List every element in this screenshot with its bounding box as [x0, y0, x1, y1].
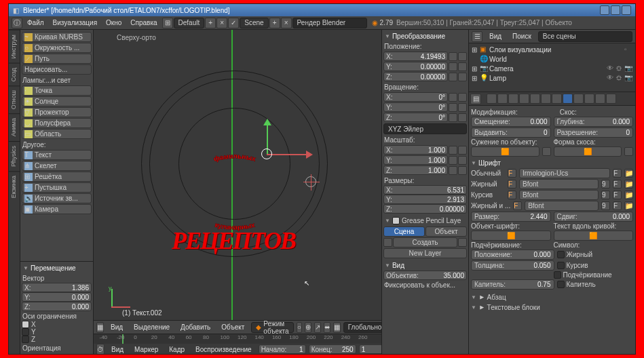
chk-ul[interactable]: [554, 271, 561, 279]
ptab-texture[interactable]: [584, 94, 594, 104]
ptab-object[interactable]: [530, 94, 540, 104]
font-open[interactable]: 📁: [624, 169, 633, 178]
ol-renderlayers[interactable]: ⊞▣Слои визуализации▫: [470, 45, 634, 54]
lock-ly[interactable]: [449, 62, 457, 71]
op-header[interactable]: Перемещение: [22, 263, 92, 273]
scale-y[interactable]: Y:1.000: [383, 155, 448, 165]
bevel-obj[interactable]: 🟧: [554, 146, 622, 157]
smallcaps[interactable]: Капитель:0.75: [471, 279, 554, 290]
axis-z-check[interactable]: [22, 336, 29, 343]
extrude[interactable]: Выдавить:0: [471, 127, 551, 138]
offset[interactable]: Смещение:0.000: [471, 117, 551, 127]
add-text[interactable]: TТекст: [22, 150, 92, 160]
add-area-lamp[interactable]: ▭Область: [22, 129, 92, 139]
curve-sel[interactable]: 🟧: [554, 231, 634, 241]
add-spot-lamp[interactable]: ▽Прожектор: [22, 107, 92, 117]
vtab-relations[interactable]: Отнош: [9, 85, 20, 113]
tl-editor-icon[interactable]: ⏱: [96, 344, 105, 354]
rotmode[interactable]: XYZ Эйлер: [383, 123, 467, 134]
tl-end[interactable]: Конец:250: [309, 344, 356, 354]
loc-z[interactable]: Z:0.00000: [383, 72, 448, 81]
chk-caps[interactable]: [557, 281, 565, 288]
gp-scene[interactable]: Сцена: [383, 226, 425, 237]
add-lattice[interactable]: ⊞Решётка: [22, 172, 92, 182]
vtab-physics[interactable]: Physics: [9, 141, 20, 171]
rot-x[interactable]: X:0°: [383, 92, 448, 102]
np-gp[interactable]: Grease Pencil Laye: [383, 216, 467, 226]
mode-dropdown[interactable]: ◆Режим объекта: [251, 322, 293, 333]
timeline-ruler[interactable]: -40-20 020 4060 80100 120140 160180 2002…: [94, 334, 381, 344]
vh-add[interactable]: Добавить: [176, 323, 214, 331]
rot-z[interactable]: Z:0°: [383, 113, 448, 122]
pivot-icon[interactable]: ⊕: [305, 322, 311, 333]
add-point-lamp[interactable]: ·Точка: [22, 85, 92, 96]
resolution[interactable]: Разрешение:0: [554, 127, 634, 138]
ptab-material[interactable]: [573, 94, 584, 104]
dim-z[interactable]: Z:0.00000: [383, 204, 467, 214]
editor-type-icon[interactable]: ⓘ: [12, 18, 22, 28]
np-view[interactable]: Вид: [383, 260, 467, 271]
add-circle[interactable]: ○Окружность ...: [22, 43, 92, 53]
axis-x-check[interactable]: [22, 321, 29, 328]
scene-del-icon[interactable]: ×: [281, 18, 292, 28]
scene-add-icon[interactable]: +: [269, 18, 280, 28]
menu-window[interactable]: Окно: [102, 19, 126, 26]
add-camera[interactable]: ▣Камера: [22, 204, 92, 214]
key-ly[interactable]: [458, 62, 467, 71]
tl-view[interactable]: Вид: [107, 346, 128, 353]
objfont-sel[interactable]: 🟧: [471, 231, 551, 241]
gp-object[interactable]: Объект: [425, 226, 467, 237]
ul-pos[interactable]: Положение:0.000: [471, 250, 554, 260]
np-transform[interactable]: Преобразование: [383, 31, 467, 41]
chk-bold[interactable]: [557, 251, 565, 258]
layout-del-icon[interactable]: ×: [216, 18, 227, 28]
ptab-world[interactable]: [519, 94, 529, 104]
key-lz[interactable]: [458, 73, 467, 81]
font-bold[interactable]: Bfont: [519, 179, 599, 189]
para-section[interactable]: ▼ Абзац: [471, 292, 633, 302]
dim-x[interactable]: X:6.531: [383, 185, 467, 195]
rot-y[interactable]: Y:0°: [383, 102, 448, 112]
op-y[interactable]: Y:0.000: [22, 292, 92, 302]
op-x[interactable]: X:1.386: [22, 283, 92, 292]
orient-dropdown[interactable]: Глобально: [343, 322, 381, 333]
dim-y[interactable]: Y:2.913: [383, 195, 467, 204]
key-lx[interactable]: [458, 52, 467, 61]
scene-dropdown[interactable]: Scene: [240, 18, 268, 28]
tl-play[interactable]: Воспроизведение: [191, 346, 256, 353]
add-hemi-lamp[interactable]: ◡Полусфера: [22, 118, 92, 128]
gp-create[interactable]: Создать: [393, 237, 457, 247]
taper-obj[interactable]: 🟧: [471, 146, 539, 157]
manip-t-icon[interactable]: ⬌: [324, 322, 330, 333]
shading-icon[interactable]: ○: [297, 322, 302, 333]
add-armature[interactable]: ⋔Скелет: [22, 161, 92, 171]
font-bolditalic[interactable]: Bfont: [525, 201, 599, 211]
minimize-button[interactable]: [600, 5, 609, 15]
tl-current[interactable]: 1: [359, 344, 381, 354]
loc-y[interactable]: Y:0.00000: [383, 62, 448, 71]
depth[interactable]: Глубина:0.000: [554, 117, 634, 127]
vtab-tools[interactable]: Инструм: [9, 30, 20, 63]
tl-frame[interactable]: Кадр: [165, 346, 189, 353]
add-sun-lamp[interactable]: ☀Солнце: [22, 96, 92, 106]
vtab-create[interactable]: Созд: [9, 63, 20, 86]
ol-search[interactable]: Поиск: [508, 33, 535, 40]
font-regular[interactable]: Irmologion-Ucs: [519, 168, 610, 178]
layout-prev-icon[interactable]: ⊞: [162, 18, 173, 28]
menu-help[interactable]: Справка: [126, 19, 161, 26]
tl-start[interactable]: Начало:1: [259, 344, 306, 354]
ptab-layers[interactable]: [497, 94, 508, 104]
vtab-extra[interactable]: Екзинка: [9, 171, 20, 202]
ptab-data[interactable]: [563, 94, 573, 104]
outliner-icon[interactable]: ☰: [472, 31, 482, 42]
vh-view[interactable]: Вид: [107, 323, 127, 331]
chk-italic[interactable]: [557, 262, 565, 269]
font-f[interactable]: F: [613, 169, 622, 178]
menu-file[interactable]: Файл: [23, 19, 48, 26]
add-empty[interactable]: +Пустышка: [22, 182, 92, 193]
manip-icon[interactable]: ↗: [314, 322, 321, 333]
menu-render[interactable]: Визуализация: [49, 19, 101, 26]
ptab-physics[interactable]: [606, 94, 616, 104]
scene-icon[interactable]: ✓: [228, 18, 239, 28]
ol-lamp[interactable]: ⊞💡Lamp👁⯐📷: [470, 73, 634, 83]
